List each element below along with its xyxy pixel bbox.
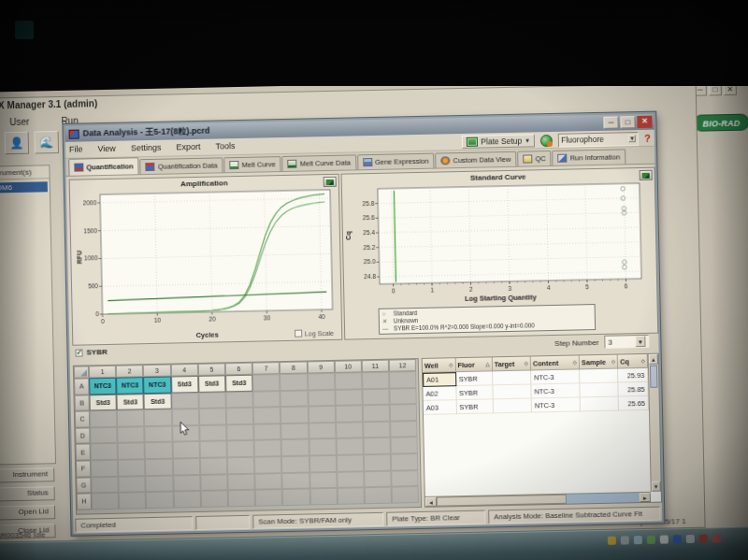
plate-well-E1[interactable]: [91, 443, 119, 460]
plate-column-header[interactable]: 6: [225, 363, 252, 376]
plate-well-E2[interactable]: [118, 443, 146, 460]
standard-curve-chart[interactable]: 012345624.825.025.225.425.625.8: [350, 180, 653, 297]
plate-well-H4[interactable]: [173, 491, 201, 508]
horizontal-scrollbar[interactable]: ◄ ►: [425, 492, 651, 507]
button-status[interactable]: Status: [0, 486, 55, 502]
plate-well-C9[interactable]: [308, 406, 336, 423]
button-open-lid[interactable]: Open Lid: [0, 505, 55, 521]
plate-row-header[interactable]: A: [74, 378, 89, 395]
plate-well-C6[interactable]: [226, 408, 254, 424]
plate-well-C10[interactable]: [335, 405, 363, 422]
plate-well-G2[interactable]: [118, 476, 146, 493]
plate-well-A7[interactable]: [252, 374, 280, 391]
cell-fluor[interactable]: SYBR: [456, 399, 494, 414]
plate-well-H1[interactable]: [92, 493, 120, 510]
plate-well-G5[interactable]: [200, 474, 228, 491]
plate-well-B7[interactable]: [253, 391, 281, 408]
cell-well[interactable]: A01: [423, 372, 456, 387]
plate-well-G6[interactable]: [227, 473, 255, 490]
menu-item-view[interactable]: View: [97, 144, 116, 153]
plate-well-G10[interactable]: [337, 471, 365, 488]
plate-well-G3[interactable]: [146, 475, 174, 492]
cell-well[interactable]: A02: [423, 386, 456, 401]
plate-well-F3[interactable]: [145, 459, 173, 476]
menu-item-settings[interactable]: Settings: [131, 143, 162, 153]
scroll-down-icon[interactable]: ▼: [652, 481, 661, 492]
plate-row-header[interactable]: D: [75, 427, 90, 444]
plate-corner-cell[interactable]: [74, 366, 89, 378]
plate-well-F4[interactable]: [172, 458, 200, 475]
plate-well-B9[interactable]: [308, 389, 336, 406]
plate-well-D3[interactable]: [145, 425, 173, 442]
plate-well-C7[interactable]: [253, 407, 281, 424]
plate-well-A12[interactable]: [389, 371, 417, 388]
plate-well-C2[interactable]: [117, 409, 145, 426]
sybr-checkbox[interactable]: SYBR: [75, 348, 107, 357]
cell-content[interactable]: NTC-3: [531, 383, 580, 398]
sync-icon[interactable]: [540, 134, 553, 146]
run-wizard-icon[interactable]: 🌊: [35, 131, 59, 154]
cell-cq[interactable]: 25.65: [619, 396, 649, 411]
plate-column-header[interactable]: 11: [362, 360, 389, 373]
column-header-content[interactable]: Content◇: [531, 355, 581, 370]
plate-well-E3[interactable]: [145, 442, 173, 459]
menu-item-export[interactable]: Export: [176, 142, 200, 152]
plate-column-header[interactable]: 3: [143, 365, 170, 378]
cell-target[interactable]: [493, 370, 531, 385]
plate-column-header[interactable]: 1: [89, 366, 116, 379]
column-header-target[interactable]: Target◇: [493, 356, 531, 371]
instrument-item[interactable]: COM6: [0, 181, 48, 193]
cell-cq[interactable]: 25.93: [618, 368, 648, 383]
cell-sample[interactable]: [580, 383, 618, 398]
plate-well-B12[interactable]: [389, 388, 417, 405]
tray-pin-icon[interactable]: [660, 535, 669, 543]
plate-well-D5[interactable]: [199, 424, 227, 441]
plate-row-header[interactable]: B: [74, 395, 89, 411]
tray-gray-icon[interactable]: [621, 536, 629, 544]
plate-well-H5[interactable]: [200, 490, 228, 507]
plate-well-H10[interactable]: [337, 487, 365, 504]
plate-well-C12[interactable]: [390, 404, 418, 421]
fluorophore-dropdown[interactable]: Fluorophore ▼: [558, 132, 639, 148]
cell-sample[interactable]: [580, 369, 618, 384]
cell-fluor[interactable]: SYBR: [456, 371, 494, 386]
scroll-left-icon[interactable]: ◄: [425, 497, 437, 507]
maximize-icon[interactable]: □: [620, 116, 635, 128]
cell-content[interactable]: NTC-3: [532, 397, 581, 412]
cell-well[interactable]: A03: [424, 400, 457, 415]
plate-well-D2[interactable]: [117, 426, 145, 443]
step-number-dropdown[interactable]: 3 ▼: [604, 335, 649, 349]
cell-target[interactable]: [493, 398, 531, 413]
column-header-cq[interactable]: Cq◇: [618, 354, 648, 369]
plate-well-H9[interactable]: [309, 488, 338, 505]
plate-well-F6[interactable]: [227, 457, 255, 474]
menu-item-user[interactable]: User: [9, 117, 29, 127]
tray-block-icon[interactable]: [712, 534, 721, 542]
tab-quantification-data[interactable]: Quantification Data: [140, 157, 223, 174]
plate-well-F7[interactable]: [254, 456, 282, 473]
plate-setup-button[interactable]: Plate Setup ▼: [462, 134, 535, 149]
plate-well-C8[interactable]: [280, 407, 309, 424]
plate-well-C5[interactable]: [199, 409, 227, 425]
plate-row-header[interactable]: C: [75, 411, 90, 428]
plate-well-G1[interactable]: [91, 476, 119, 493]
plate-well-F12[interactable]: [391, 453, 419, 470]
plate-column-header[interactable]: 2: [116, 365, 143, 378]
tray-red-icon[interactable]: [699, 535, 708, 543]
plate-well-F2[interactable]: [118, 459, 146, 476]
plate-well-D8[interactable]: [280, 423, 309, 439]
plate-well-D9[interactable]: [309, 423, 337, 439]
plate-well-E11[interactable]: [363, 438, 391, 454]
plate-well-E9[interactable]: [309, 438, 337, 455]
plate-well-C1[interactable]: [90, 410, 118, 427]
scroll-up-icon[interactable]: ▲: [649, 354, 658, 365]
plate-well-B10[interactable]: [335, 389, 363, 406]
menu-item-tools[interactable]: Tools: [215, 141, 235, 151]
plate-well-A1[interactable]: NTC3: [89, 378, 117, 395]
plate-well-D11[interactable]: [363, 421, 391, 438]
plate-well-B1[interactable]: Std3: [89, 394, 117, 410]
plate-well-H6[interactable]: [228, 490, 256, 507]
plate-well-A4[interactable]: Std3: [171, 376, 199, 393]
plate-column-header[interactable]: 10: [334, 360, 361, 373]
plate-well-H8[interactable]: [282, 489, 310, 506]
